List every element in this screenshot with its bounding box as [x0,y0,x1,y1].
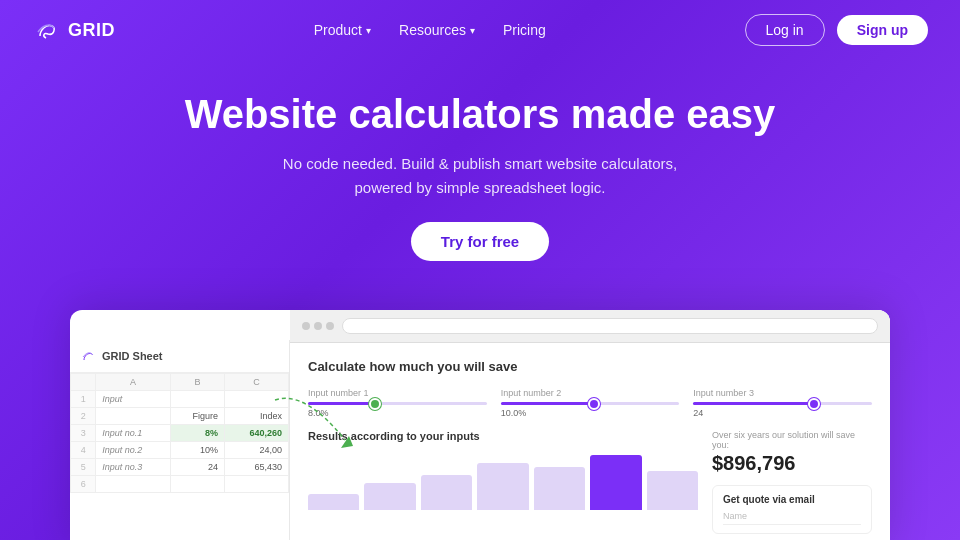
hero-subtext: No code needed. Build & publish smart we… [270,152,690,200]
cell-c [224,391,288,408]
slider-1-thumb [369,398,381,410]
browser-dot-1 [302,322,310,330]
nav-pricing-label: Pricing [503,22,546,38]
col-c: C [224,374,288,391]
row-num: 5 [71,459,96,476]
slider-3-label: Input number 3 [693,388,872,398]
calc-content: Calculate how much you will save Input n… [290,343,890,540]
nav-pricing[interactable]: Pricing [503,22,546,38]
slider-3-fill [693,402,818,405]
signup-button[interactable]: Sign up [837,15,928,45]
logo-icon [32,16,60,44]
bar-3 [477,463,528,510]
login-button[interactable]: Log in [745,14,825,46]
calc-title: Calculate how much you will save [308,359,872,374]
try-for-free-button[interactable]: Try for free [411,222,549,261]
cell-b: 24 [170,459,224,476]
cell-c: 65,430 [224,459,288,476]
nav-actions: Log in Sign up [745,14,928,46]
quote-box: Get quote via email Name [712,485,872,534]
logo[interactable]: GRID [32,16,115,44]
results-left: Results according to your inputs [308,430,698,510]
cell-a [96,408,171,425]
slider-3-track[interactable] [693,402,872,405]
chevron-down-icon: ▾ [470,25,475,36]
bar-1 [364,483,415,511]
col-num [71,374,96,391]
sheet-row: 4 Input no.2 10% 24,00 [71,442,289,459]
sheet-header: GRID Sheet [70,340,289,373]
chevron-down-icon: ▾ [366,25,371,36]
sheet-title: GRID Sheet [102,350,163,362]
navbar: GRID Product ▾ Resources ▾ Pricing Log i… [0,0,960,60]
cell-c [224,476,288,493]
cell-a [96,476,171,493]
cell-b [170,391,224,408]
slider-3: Input number 3 24 [693,388,872,418]
cell-b: 8% [170,425,224,442]
cell-b [170,476,224,493]
calculator-panel: Calculate how much you will save Input n… [290,310,890,540]
slider-3-value: 24 [693,408,872,418]
slider-1-track[interactable] [308,402,487,405]
browser-url-bar [342,318,878,334]
bar-0 [308,494,359,510]
cell-a: Input no.3 [96,459,171,476]
results-row: Results according to your inputs Over si… [308,430,872,534]
slider-2-thumb [588,398,600,410]
slider-2-label: Input number 2 [501,388,680,398]
slider-1-value: 8.0% [308,408,487,418]
nav-links: Product ▾ Resources ▾ Pricing [314,22,546,38]
cell-b: Figure [170,408,224,425]
row-num: 6 [71,476,96,493]
bar-2 [421,475,472,510]
preview-container: GRID Sheet A B C 1 Input 2 Figure Index … [70,310,890,540]
sheet-row: 1 Input [71,391,289,408]
row-num: 3 [71,425,96,442]
cell-b: 10% [170,442,224,459]
nav-resources[interactable]: Resources ▾ [399,22,475,38]
sheet-row: 2 Figure Index [71,408,289,425]
row-num: 2 [71,408,96,425]
slider-2: Input number 2 10.0% [501,388,680,418]
cell-c: 640,260 [224,425,288,442]
browser-dots [302,322,334,330]
col-b: B [170,374,224,391]
bar-5 [590,455,641,510]
cell-a: Input [96,391,171,408]
sheet-row: 5 Input no.3 24 65,430 [71,459,289,476]
slider-2-track[interactable] [501,402,680,405]
browser-dot-2 [314,322,322,330]
sliders-row: Input number 1 8.0% Input number 2 10.0% [308,388,872,418]
bar-4 [534,467,585,510]
row-num: 1 [71,391,96,408]
row-num: 4 [71,442,96,459]
logo-text: GRID [68,20,115,41]
savings-label: Over six years our solution will save yo… [712,430,872,450]
sheet-row: 6 [71,476,289,493]
quote-title: Get quote via email [723,494,861,505]
quote-name-field[interactable]: Name [723,511,861,525]
hero-section: Website calculators made easy No code ne… [0,60,960,285]
cell-c: Index [224,408,288,425]
slider-1-label: Input number 1 [308,388,487,398]
nav-product[interactable]: Product ▾ [314,22,371,38]
grid-logo-small [80,348,96,364]
spreadsheet-panel: GRID Sheet A B C 1 Input 2 Figure Index … [70,340,290,540]
cell-a: Input no.2 [96,442,171,459]
sheet-row: 3 Input no.1 8% 640,260 [71,425,289,442]
savings-amount: $896,796 [712,452,872,475]
slider-2-value: 10.0% [501,408,680,418]
nav-resources-label: Resources [399,22,466,38]
bar-6 [647,471,698,510]
slider-3-thumb [808,398,820,410]
hero-headline: Website calculators made easy [20,90,940,138]
results-right: Over six years our solution will save yo… [712,430,872,534]
results-title: Results according to your inputs [308,430,698,442]
cell-c: 24,00 [224,442,288,459]
slider-2-fill [501,402,599,405]
col-a: A [96,374,171,391]
sheet-table: A B C 1 Input 2 Figure Index 3 Input no.… [70,373,289,493]
browser-dot-3 [326,322,334,330]
bar-chart [308,450,698,510]
